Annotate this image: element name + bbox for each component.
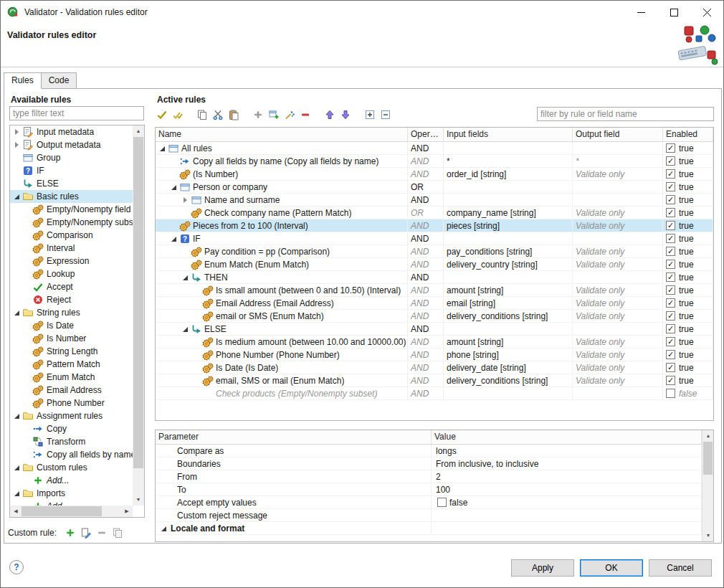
param-checkbox[interactable]: [437, 498, 447, 507]
collapse-arrow-icon[interactable]: [158, 144, 168, 153]
tree-item-is-number[interactable]: Is Number: [10, 332, 133, 345]
param-row-compare-as[interactable]: Compare aslongs: [156, 445, 702, 457]
rule-row-else[interactable]: ELSEAND✓true: [156, 323, 713, 336]
maximize-button[interactable]: [657, 1, 690, 24]
edit-custom-rule-icon[interactable]: [78, 526, 94, 540]
rule-row-then[interactable]: THENAND✓true: [156, 271, 713, 284]
scroll-thumb[interactable]: [133, 137, 143, 468]
enabled-checkbox[interactable]: ✓: [666, 272, 675, 282]
rule-row-email-or-sms-enum-match[interactable]: email or SMS (Enum Match)ANDdelivery_con…: [156, 310, 713, 323]
rule-row-email-sms-or-mail-enum-match[interactable]: email, SMS or mail (Enum Match)ANDdelive…: [156, 374, 713, 387]
enabled-checkbox[interactable]: ✓: [666, 350, 675, 359]
minimize-button[interactable]: [624, 1, 657, 24]
param-row-accept-empty-values[interactable]: Accept empty valuesfalse: [156, 496, 702, 509]
enabled-checkbox[interactable]: [666, 389, 675, 398]
param-row-from[interactable]: From2: [156, 470, 702, 483]
scroll-thumb[interactable]: [22, 506, 102, 516]
collapse-arrow-icon[interactable]: [181, 325, 191, 333]
collapse-arrow-icon[interactable]: [13, 463, 22, 472]
column-header-value[interactable]: Value: [432, 430, 702, 444]
enabled-checkbox[interactable]: ✓: [666, 156, 675, 166]
tree-item-lookup[interactable]: Lookup: [10, 267, 133, 280]
tree-item-add[interactable]: Add...: [10, 500, 133, 506]
rule-row-is-small-amount-between-0-and-10-50-interv[interactable]: Is small amount (between 0 and 10.50) (I…: [156, 284, 713, 297]
tree-horizontal-scrollbar[interactable]: ◀ ▶: [10, 506, 133, 517]
tree-item-else[interactable]: ELSE: [10, 177, 133, 190]
collapse-arrow-icon[interactable]: [170, 234, 179, 243]
column-header-output-field[interactable]: Output field: [573, 128, 663, 141]
column-header-input-fields[interactable]: Input fields: [444, 128, 573, 141]
tree-item-input-metadata[interactable]: Input metadata: [10, 125, 133, 138]
enabled-checkbox[interactable]: ✓: [666, 311, 675, 321]
tree-item-copy[interactable]: Copy: [10, 422, 133, 435]
tree-item-basic-rules[interactable]: Basic rules: [10, 190, 133, 203]
scroll-left-icon[interactable]: ◀: [10, 506, 22, 517]
remove-rule-icon[interactable]: [297, 108, 313, 122]
tree-item-phone-number[interactable]: Phone Number: [10, 397, 133, 409]
enabled-checkbox[interactable]: ✓: [666, 298, 675, 308]
cancel-button[interactable]: Cancel: [649, 559, 712, 577]
rule-row-pieces-from-2-to-100-interval[interactable]: Pieces from 2 to 100 (Interval)ANDpieces…: [156, 219, 713, 232]
add-rule-icon[interactable]: [250, 108, 266, 122]
scroll-right-icon[interactable]: ▶: [121, 506, 133, 517]
enabled-checkbox[interactable]: ✓: [666, 376, 675, 385]
tree-item-if[interactable]: ?IF: [10, 164, 133, 177]
tree-item-custom-rules[interactable]: Custom rules: [10, 461, 133, 474]
enabled-checkbox[interactable]: ✓: [666, 337, 675, 346]
scroll-thumb[interactable]: [703, 442, 713, 475]
tree-item-expression[interactable]: Expression: [10, 255, 133, 267]
tree-item-empty-nonempty-field[interactable]: Empty/Nonempty field: [10, 203, 133, 216]
copy-icon[interactable]: [194, 108, 210, 122]
column-header-operator[interactable]: Operator: [408, 128, 444, 141]
enabled-checkbox[interactable]: ✓: [666, 363, 675, 372]
expand-arrow-icon[interactable]: [13, 128, 22, 136]
collapse-arrow-icon[interactable]: [13, 192, 22, 201]
rule-row-if[interactable]: ?IFAND✓true: [156, 232, 713, 245]
scroll-up-icon[interactable]: ▲: [133, 125, 144, 137]
enabled-checkbox[interactable]: ✓: [666, 143, 675, 153]
tree-item-pattern-match[interactable]: Pattern Match: [10, 358, 133, 371]
column-header-enabled[interactable]: Enabled: [663, 128, 713, 141]
tree-item-enum-match[interactable]: Enum Match: [10, 371, 133, 384]
param-row-boundaries[interactable]: BoundariesFrom inclusive, to inclusive: [156, 457, 702, 470]
rule-row-email-address-email-address[interactable]: Email Address (Email Address)ANDemail [s…: [156, 297, 713, 310]
scroll-up-icon[interactable]: ▲: [702, 430, 714, 442]
tree-item-is-date[interactable]: Is Date: [10, 319, 133, 332]
enabled-checkbox[interactable]: ✓: [666, 247, 675, 256]
scroll-down-icon[interactable]: ▼: [702, 530, 714, 541]
available-rules-filter-input[interactable]: [9, 106, 144, 120]
rule-row-enum-match-enum-match[interactable]: Enum Match (Enum Match)ANDdelivery_count…: [156, 258, 713, 271]
tree-item-copy-all-fields-by-name[interactable]: Copy all fields by name: [10, 448, 133, 461]
parameters-scrollbar[interactable]: ▲ ▼: [702, 430, 713, 541]
collapse-arrow-icon[interactable]: [13, 489, 22, 498]
enabled-checkbox[interactable]: ✓: [666, 285, 675, 295]
enabled-checkbox[interactable]: ✓: [666, 182, 675, 191]
tree-item-reject[interactable]: Reject: [10, 293, 133, 306]
rule-row-name-and-surname[interactable]: Name and surnameAND✓true: [156, 194, 713, 207]
enabled-checkbox[interactable]: ✓: [666, 169, 675, 179]
collapse-arrow-icon[interactable]: [160, 524, 169, 533]
tree-item-group[interactable]: Group: [10, 151, 133, 164]
help-button[interactable]: ?: [9, 560, 24, 574]
tab-code[interactable]: Code: [41, 72, 77, 89]
collapse-arrow-icon[interactable]: [170, 183, 179, 191]
add-custom-rule-icon[interactable]: [62, 526, 78, 540]
rule-row-pay-condition-pp-comparison[interactable]: Pay condition = pp (Comparison)ANDpay_co…: [156, 245, 713, 258]
tree-item-string-rules[interactable]: String rules: [10, 306, 133, 319]
copy-custom-rule-icon[interactable]: [110, 526, 125, 540]
tree-item-transform[interactable]: Transform: [10, 435, 133, 448]
collapse-arrow-icon[interactable]: [13, 308, 22, 317]
column-header-name[interactable]: Name: [156, 128, 408, 141]
close-button[interactable]: [690, 1, 723, 24]
tree-item-output-metadata[interactable]: Output metadata: [10, 138, 133, 151]
rule-row-copy-all-fields-by-name-copy-all-fields-by[interactable]: Copy all fields by name (Copy all fields…: [156, 155, 713, 168]
rule-row-is-number[interactable]: (Is Number)ANDorder_id [string]Validate …: [156, 168, 713, 181]
enabled-checkbox[interactable]: ✓: [666, 208, 675, 217]
collapse-all-icon[interactable]: [378, 108, 394, 122]
tree-item-add[interactable]: Add...: [10, 474, 133, 487]
enabled-checkbox[interactable]: ✓: [666, 234, 675, 243]
column-header-parameter[interactable]: Parameter: [156, 430, 432, 444]
tree-item-accept[interactable]: Accept: [10, 280, 133, 293]
remove-custom-rule-icon[interactable]: [94, 526, 110, 540]
rule-row-all-rules[interactable]: All rulesAND✓true: [156, 142, 713, 155]
